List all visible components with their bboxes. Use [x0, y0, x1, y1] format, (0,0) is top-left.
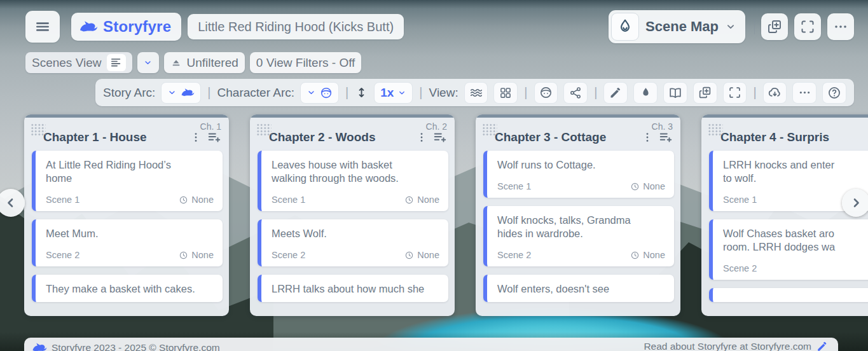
ink-button[interactable]: [633, 82, 658, 104]
scene-card[interactable]: Wolf runs to Cottage. Scene 1 None: [483, 151, 674, 198]
scene-duration: None: [191, 195, 214, 205]
toolbar-more-button[interactable]: [792, 82, 816, 104]
view-label: View:: [429, 86, 458, 100]
pencil-icon[interactable]: [816, 341, 828, 351]
add-scene-icon[interactable]: [433, 130, 447, 144]
rows-view-button[interactable]: [464, 82, 488, 104]
view-dropdown-button[interactable]: [137, 52, 159, 73]
kebab-menu-icon[interactable]: [189, 131, 202, 144]
story-arc-label: Story Arc:: [103, 86, 155, 100]
view-filters-label: 0 View Filters - Off: [256, 56, 355, 70]
scene-number: Scene 1: [46, 195, 79, 205]
footer-copyright[interactable]: Storyfyre 2023 - 2025 © Storyfyre.com: [52, 342, 220, 351]
cloud-sync-button[interactable]: [763, 82, 787, 104]
scene-text: Wolf Chases basket aro room. LRRH dodges…: [723, 227, 868, 254]
drag-handle-icon[interactable]: [256, 123, 272, 136]
footer-link[interactable]: Read about Storyfyre at Storyfyre.com: [644, 341, 811, 351]
help-button[interactable]: [822, 82, 846, 104]
chevron-down-icon: [725, 21, 736, 32]
read-button[interactable]: [663, 82, 687, 104]
storyfyre-dragon-icon: [32, 341, 47, 351]
relationships-button[interactable]: [563, 82, 588, 104]
add-scene-icon[interactable]: [659, 130, 673, 144]
scenes-view-label: Scenes View: [32, 56, 102, 70]
chapter-title: Chapter 4 - Surpris: [720, 130, 868, 144]
top-bar: Storyfyre Little Red Riding Hood (Kicks …: [25, 10, 854, 43]
unfiltered-label: Unfiltered: [187, 56, 238, 70]
expand-button[interactable]: [723, 82, 747, 104]
footer-bar: Storyfyre 2023 - 2025 © Storyfyre.com Re…: [24, 338, 838, 351]
clock-icon: [404, 251, 414, 260]
divider: |: [207, 85, 211, 100]
ellipsis-icon: [833, 19, 848, 34]
edit-button[interactable]: [603, 82, 628, 104]
scene-card[interactable]: Leaves house with basket walking through…: [258, 151, 448, 211]
duplicate-button[interactable]: [693, 82, 717, 104]
view-filters-button[interactable]: 0 View Filters - Off: [250, 52, 362, 73]
scene-card[interactable]: Meets Wolf. Scene 2 None: [258, 219, 448, 266]
character-arc-label: Character Arc:: [217, 86, 294, 100]
scene-number: Scene 1: [723, 195, 757, 205]
menu-button[interactable]: [25, 11, 60, 43]
chevron-left-icon: [3, 195, 18, 210]
grid-view-button[interactable]: [493, 82, 518, 104]
story-arc-selector[interactable]: [161, 82, 201, 104]
column-header: Chapter 4 - Surpris: [701, 118, 868, 151]
scene-card[interactable]: LRRH talks about how much she: [258, 275, 448, 302]
chevron-down-icon: [307, 88, 316, 97]
scene-card[interactable]: Wolf knocks, talks, Grandma hides in war…: [483, 206, 674, 266]
scene-number: Scene 1: [497, 181, 531, 191]
divider: |: [752, 85, 757, 100]
chapter-badge: Ch. 2: [426, 121, 447, 132]
scene-text: Wolf knocks, talks, Grandma hides in war…: [497, 214, 665, 240]
duplicate-plus-icon: [698, 86, 712, 99]
add-scene-icon[interactable]: [207, 130, 221, 144]
chapter-badge: Ch. 3: [652, 121, 673, 132]
divider: [754, 19, 755, 34]
storyfyre-dragon-icon: [181, 86, 195, 99]
scene-duration: None: [417, 195, 439, 205]
scenes-view-selector[interactable]: Scenes View: [25, 52, 132, 73]
book-open-icon: [668, 86, 682, 100]
scene-duration: None: [417, 250, 439, 260]
scroll-right-button[interactable]: [842, 189, 868, 217]
zoom-level-selector[interactable]: 1x: [374, 82, 413, 104]
scene-card[interactable]: At Little Red Riding Hood’s home Scene 1…: [32, 151, 223, 211]
scene-text: They make a basket with cakes.: [46, 282, 214, 296]
scene-card[interactable]: Wolf enters, doesn't see: [483, 275, 674, 302]
scene-card[interactable]: [709, 288, 868, 302]
kebab-menu-icon[interactable]: [641, 131, 654, 144]
character-arc-selector[interactable]: [300, 82, 339, 104]
mode-selector[interactable]: Scene Map: [609, 10, 745, 43]
view-bar: Scenes View Unfiltered 0 View Filters - …: [25, 52, 361, 73]
chapter-title: Chapter 2 - Woods: [269, 130, 415, 144]
column-header: Ch. 1 Chapter 1 - House: [24, 118, 229, 151]
arrows-vertical-icon[interactable]: [355, 86, 368, 99]
project-title[interactable]: Little Red Riding Hood (Kicks Butt): [188, 14, 404, 39]
fullscreen-button[interactable]: [794, 13, 821, 40]
scene-text: Leaves house with basket walking through…: [272, 158, 439, 185]
share-icon: [569, 86, 582, 99]
face-icon: [539, 86, 553, 99]
drag-handle-icon[interactable]: [482, 123, 497, 136]
scene-card[interactable]: Meet Mum. Scene 2 None: [32, 219, 223, 266]
scene-card[interactable]: Wolf Chases basket aro room. LRRH dodges…: [709, 219, 868, 280]
duplicate-view-button[interactable]: [761, 13, 788, 40]
drag-handle-icon[interactable]: [31, 123, 46, 136]
cloud-download-icon: [768, 85, 782, 100]
more-options-button[interactable]: [827, 13, 854, 40]
brand-logo[interactable]: Storyfyre: [71, 13, 181, 41]
scene-toolbar: Story Arc: | Character Arc: | 1x | View:…: [95, 79, 854, 106]
chapter-column-1: Ch. 1 Chapter 1 - House At Little Red Ri…: [24, 114, 229, 316]
fullscreen-icon: [728, 86, 741, 99]
kebab-menu-icon[interactable]: [415, 131, 428, 144]
clock-icon: [404, 195, 414, 205]
drag-handle-icon[interactable]: [708, 123, 723, 136]
scene-card[interactable]: They make a basket with cakes.: [32, 275, 223, 302]
filter-status-button[interactable]: Unfiltered: [164, 52, 245, 73]
characters-button[interactable]: [534, 82, 558, 104]
column-header: Ch. 2 Chapter 2 - Woods: [250, 118, 455, 151]
scene-text: Wolf runs to Cottage.: [497, 158, 665, 172]
scene-text: Meet Mum.: [46, 227, 214, 240]
zoom-level: 1x: [380, 86, 394, 100]
